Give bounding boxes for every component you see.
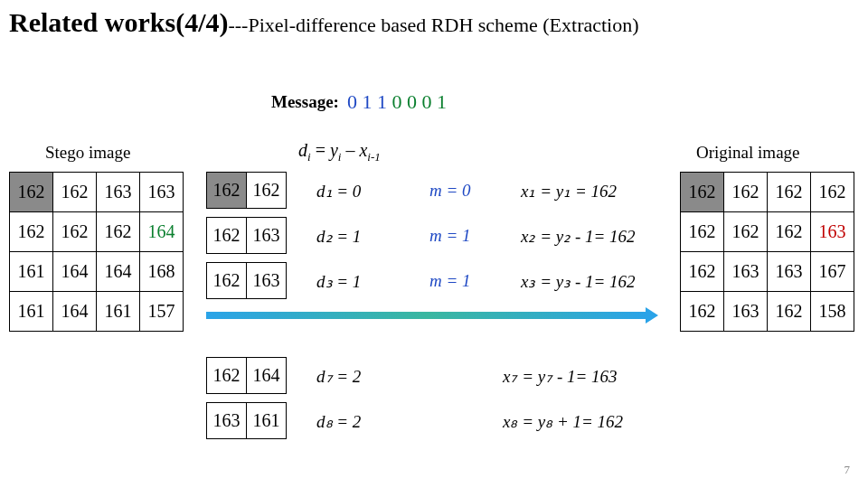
message-bit: 0	[407, 90, 422, 113]
pair-cell: 161	[247, 403, 287, 439]
pair-row-3: 162163	[206, 262, 287, 299]
pixel-cell: 162	[768, 173, 811, 212]
pixel-cell: 162	[53, 212, 97, 252]
pair-cell: 162	[207, 358, 247, 394]
pixel-cell: 163	[97, 173, 140, 212]
pair-cell: 162	[207, 218, 247, 254]
pair-cell: 163	[247, 218, 287, 254]
pixel-cell: 162	[53, 173, 97, 212]
pair-cell: 163	[247, 263, 287, 299]
pixel-cell: 161	[97, 292, 140, 332]
eq-x1: x₁ = y₁ = 162	[521, 181, 617, 202]
eq-m2: m = 1	[429, 226, 471, 246]
pixel-cell: 162	[10, 173, 53, 212]
pair-row-4: 162164	[206, 357, 287, 394]
eq-m3: m = 1	[429, 271, 471, 291]
pixel-cell: 162	[681, 292, 724, 332]
pixel-cell: 162	[811, 173, 854, 212]
message-bit: 1	[363, 90, 378, 113]
pixel-cell: 163	[724, 292, 768, 332]
slide-title: Related works(4/4)---Pixel-difference ba…	[9, 7, 639, 38]
pixel-cell: 168	[140, 252, 184, 292]
pair-cell: 163	[207, 403, 247, 439]
message-bit: 0	[347, 90, 363, 113]
pair-cell: 162	[207, 263, 247, 299]
stego-image-label: Stego image	[45, 143, 130, 163]
eq-d8: d₈ = 2	[316, 411, 361, 432]
eq-x8: x₈ = y₈ + 1= 162	[503, 411, 623, 432]
pixel-cell: 157	[140, 292, 184, 332]
message-bit: 0	[422, 90, 438, 113]
title-sub: ---Pixel-difference based RDH scheme (Ex…	[228, 14, 638, 36]
pixel-cell: 162	[97, 212, 140, 252]
progress-arrow	[206, 307, 658, 324]
eq-x2: x₂ = y₂ - 1= 162	[521, 226, 636, 247]
message-bit: 1	[437, 90, 447, 113]
pair-cell: 164	[247, 358, 287, 394]
pixel-cell: 164	[97, 252, 140, 292]
pixel-cell: 161	[10, 292, 53, 332]
pair-row-2: 162163	[206, 217, 287, 254]
eq-x3: x₃ = y₃ - 1= 162	[521, 271, 636, 292]
pixel-cell: 162	[768, 292, 811, 332]
arrow-head-icon	[646, 307, 658, 324]
arrow-body	[206, 312, 647, 319]
pixel-cell: 162	[681, 252, 724, 292]
pixel-cell: 163	[811, 212, 854, 252]
pixel-cell: 164	[53, 292, 97, 332]
pixel-cell: 158	[811, 292, 854, 332]
pixel-cell: 164	[140, 212, 184, 252]
pixel-cell: 162	[724, 212, 768, 252]
pixel-cell: 161	[10, 252, 53, 292]
pixel-cell: 162	[724, 173, 768, 212]
pixel-cell: 162	[681, 212, 724, 252]
stego-image-table: 1621621631631621621621641611641641681611…	[9, 172, 184, 332]
message-bit: 0	[392, 90, 408, 113]
message-bits: 0 1 1 0 0 0 1	[347, 90, 447, 114]
pair-row-1: 162162	[206, 172, 287, 209]
pair-cell: 162	[247, 173, 287, 209]
pixel-cell: 163	[768, 252, 811, 292]
eq-d2: d₂ = 1	[316, 226, 361, 247]
pixel-cell: 167	[811, 252, 854, 292]
pixel-cell: 162	[681, 173, 724, 212]
message-label: Message:	[271, 92, 339, 112]
pixel-cell: 163	[140, 173, 184, 212]
eq-m1: m = 0	[429, 181, 471, 201]
eq-d7: d₇ = 2	[316, 366, 361, 387]
pair-row-5: 163161	[206, 402, 287, 439]
pixel-cell: 162	[10, 212, 53, 252]
pair-cell: 162	[207, 173, 247, 209]
message-bit: 1	[377, 90, 392, 113]
difference-formula: di = yi – xi-1	[298, 140, 381, 164]
pixel-cell: 162	[768, 212, 811, 252]
original-image-table: 1621621621621621621621631621631631671621…	[680, 172, 854, 332]
pixel-cell: 163	[724, 252, 768, 292]
page-number: 7	[844, 463, 851, 477]
eq-d3: d₃ = 1	[316, 271, 361, 292]
pixel-cell: 164	[53, 252, 97, 292]
original-image-label: Original image	[696, 143, 800, 163]
eq-d1: d₁ = 0	[316, 181, 361, 202]
eq-x7: x₇ = y₇ - 1= 163	[503, 366, 618, 387]
title-main: Related works(4/4)	[9, 7, 228, 37]
